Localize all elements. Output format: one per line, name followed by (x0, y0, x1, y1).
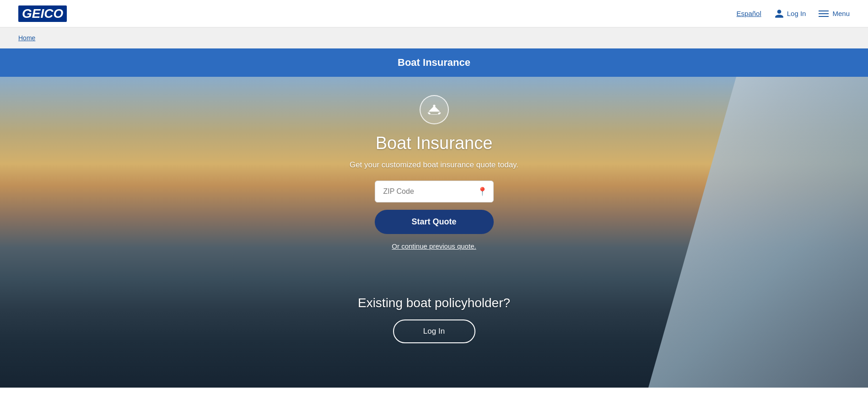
hero-section: Boat Insurance Get your customized boat … (0, 77, 868, 388)
person-icon (774, 9, 784, 19)
geico-logo: GEICO (18, 5, 67, 22)
boat-icon (426, 102, 442, 117)
location-pin-icon: 📍 (477, 186, 487, 197)
hero-subtitle: Get your customized boat insurance quote… (350, 160, 518, 170)
login-nav-label[interactable]: Log In (787, 10, 806, 17)
menu-nav-item[interactable]: Menu (819, 10, 850, 17)
home-breadcrumb-link[interactable]: Home (18, 34, 35, 42)
policyholder-login-button[interactable]: Log In (393, 319, 475, 343)
policyholder-section: Existing boat policyholder? Log In (358, 296, 510, 343)
svg-point-0 (433, 105, 435, 107)
hero-title: Boat Insurance (376, 133, 493, 153)
page-banner: Boat Insurance (0, 48, 868, 77)
hero-content: Boat Insurance Get your customized boat … (0, 95, 868, 287)
zip-input[interactable] (375, 181, 494, 202)
banner-title: Boat Insurance (398, 57, 470, 68)
header: GEICO Español Log In Menu (0, 0, 868, 27)
zip-container: 📍 (375, 181, 494, 202)
breadcrumb: Home (0, 27, 868, 48)
login-nav-item[interactable]: Log In (774, 9, 806, 19)
continue-previous-quote-link[interactable]: Or continue previous quote. (392, 242, 476, 250)
boat-icon-circle (420, 95, 449, 124)
header-nav: Español Log In Menu (737, 9, 850, 19)
policyholder-title: Existing boat policyholder? (358, 296, 510, 310)
start-quote-button[interactable]: Start Quote (375, 210, 494, 234)
menu-nav-label[interactable]: Menu (832, 10, 850, 17)
espanol-link[interactable]: Español (737, 10, 761, 17)
hamburger-icon (819, 11, 829, 17)
